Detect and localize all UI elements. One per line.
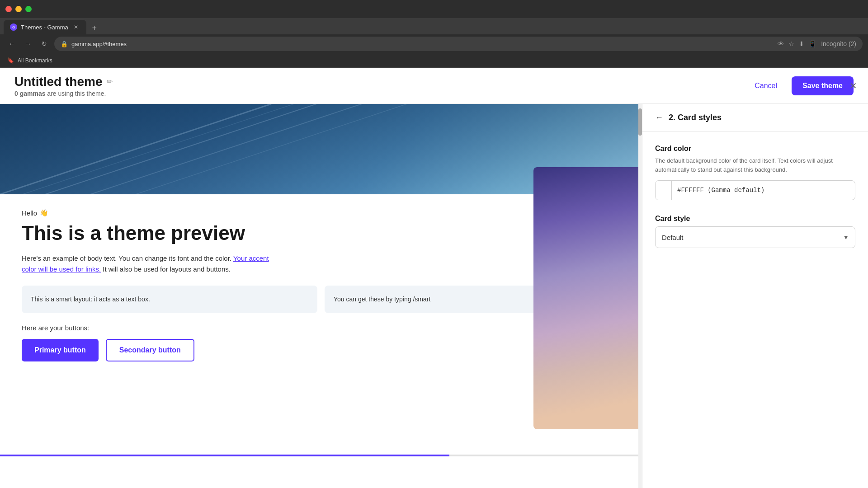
tab-bar: G Themes - Gamma ✕ + [0, 18, 868, 34]
hello-emoji: 👋 [40, 209, 48, 217]
progress-bar-fill [0, 455, 449, 456]
incognito-label: Incognito (2) [821, 40, 856, 47]
panel-header: ← 2. Card styles [642, 104, 868, 132]
body-text-start: Here's an example of body text. You can … [22, 254, 231, 262]
forward-nav-btn[interactable]: → [22, 38, 34, 50]
back-nav-btn[interactable]: ← [5, 38, 18, 50]
bookmarks-bar: 🔖 All Bookmarks [0, 53, 868, 68]
card-style-label: Card style [655, 215, 855, 223]
primary-button-preview[interactable]: Primary button [22, 339, 99, 361]
smart-layouts: This is a smart layout: it acts as a tex… [22, 286, 620, 313]
main-content: Hello 👋 This is a theme preview Here's a… [0, 104, 868, 488]
card-style-section: Card style Default Rounded Shadow Flat O… [655, 215, 855, 248]
maximize-window-btn[interactable] [25, 6, 32, 12]
settings-panel: ← 2. Card styles Card color The default … [642, 104, 868, 488]
svg-line-1 [45, 104, 316, 194]
app-header: Untitled theme ✏ 0 gammas are using this… [0, 68, 868, 104]
url-icons: 👁 ☆ ⬇ 📱 Incognito (2) [778, 40, 856, 47]
edit-title-icon[interactable]: ✏ [107, 77, 113, 86]
browser-chrome: G Themes - Gamma ✕ + ← → ↻ 🔒 gamma.app/#… [0, 0, 868, 68]
star-icon: ☆ [788, 40, 794, 47]
theme-title-section: Untitled theme ✏ 0 gammas are using this… [14, 75, 113, 97]
hello-text: Hello 👋 [22, 209, 620, 217]
bookmarks-text: All Bookmarks [18, 57, 52, 64]
card-color-description: The default background color of the card… [655, 156, 855, 174]
color-swatch[interactable] [656, 180, 672, 200]
subtitle-rest: are using this theme. [45, 90, 106, 97]
active-tab[interactable]: G Themes - Gamma ✕ [4, 20, 86, 34]
tab-favicon: G [10, 23, 17, 31]
close-window-btn[interactable] [5, 6, 12, 12]
theme-subtitle: 0 gammas are using this theme. [14, 90, 113, 97]
smart-layout-1: This is a smart layout: it acts as a tex… [22, 286, 317, 313]
reload-btn[interactable]: ↻ [38, 38, 51, 50]
close-dialog-button[interactable]: ✕ [849, 80, 857, 91]
hello-label: Hello [22, 209, 37, 217]
preview-heading: This is a theme preview [22, 222, 620, 244]
scroll-indicator[interactable] [638, 104, 642, 488]
url-bar[interactable]: 🔒 gamma.app/#themes 👁 ☆ ⬇ 📱 Incognito (2… [54, 37, 863, 51]
theme-title: Untitled theme [14, 75, 102, 89]
download-icon: ⬇ [799, 40, 804, 47]
svg-line-3 [23, 104, 294, 194]
new-tab-btn[interactable]: + [88, 22, 101, 34]
buttons-label: Here are your buttons: [22, 324, 620, 332]
theme-title-row: Untitled theme ✏ [14, 75, 113, 89]
bookmarks-icon: 🔖 [7, 57, 14, 64]
body-text-end: It will also be used for layouts and but… [103, 265, 231, 273]
progress-bar-container [0, 455, 642, 456]
panel-body: Card color The default background color … [642, 132, 868, 275]
card-style-select-wrapper: Default Rounded Shadow Flat Outlined ▼ [655, 226, 855, 248]
device-icon: 📱 [809, 40, 816, 47]
tab-close-btn[interactable]: ✕ [72, 23, 80, 31]
svg-line-4 [136, 104, 407, 194]
color-value-input[interactable] [672, 187, 855, 194]
card-color-label: Card color [655, 145, 855, 153]
title-bar [0, 0, 868, 18]
tab-title: Themes - Gamma [21, 24, 68, 31]
color-input-row [655, 180, 855, 200]
lock-icon: 🔒 [61, 41, 68, 47]
accessibility-icon: 👁 [778, 40, 784, 47]
app-window: Untitled theme ✏ 0 gammas are using this… [0, 68, 868, 488]
card-area: Hello 👋 This is a theme preview Here's a… [0, 194, 642, 456]
secondary-button-preview[interactable]: Secondary button [106, 339, 194, 361]
svg-line-0 [0, 104, 271, 194]
preview-right-image [533, 167, 642, 429]
cancel-button[interactable]: Cancel [747, 78, 784, 94]
address-bar: ← → ↻ 🔒 gamma.app/#themes 👁 ☆ ⬇ 📱 Incogn… [0, 34, 868, 53]
card-style-select[interactable]: Default Rounded Shadow Flat Outlined [655, 226, 855, 248]
card-color-section: Card color The default background color … [655, 145, 855, 200]
scroll-thumb[interactable] [638, 108, 642, 136]
gammas-count: 0 gammas [14, 90, 45, 97]
window-controls [5, 6, 32, 12]
save-theme-button[interactable]: Save theme [792, 76, 854, 95]
panel-title: 2. Card styles [669, 113, 722, 122]
minimize-window-btn[interactable] [15, 6, 22, 12]
back-button[interactable]: ← [655, 113, 663, 122]
header-actions: Cancel Save theme [747, 76, 854, 95]
url-text: gamma.app/#themes [71, 41, 127, 47]
body-text: Here's an example of body text. You can … [22, 253, 284, 275]
button-row: Primary button Secondary button [22, 339, 620, 361]
svg-line-2 [90, 104, 362, 194]
preview-pane: Hello 👋 This is a theme preview Here's a… [0, 104, 642, 488]
